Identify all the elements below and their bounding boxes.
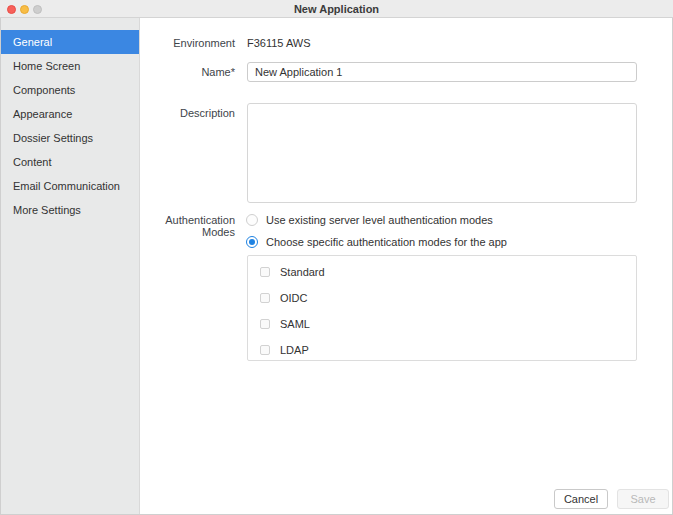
- auth-mode-standard[interactable]: Standard: [248, 259, 636, 285]
- window-title: New Application: [0, 0, 673, 18]
- auth-modes-panel: Standard OIDC SAML LDAP: [247, 255, 637, 361]
- auth-mode-oidc-label: OIDC: [280, 292, 308, 304]
- description-input[interactable]: [247, 103, 637, 203]
- auth-option-specific-label: Choose specific authentication modes for…: [266, 236, 507, 248]
- general-settings-panel: Environment F36115 AWS Name* Description…: [141, 18, 672, 514]
- checkbox-unchecked-icon[interactable]: [260, 293, 270, 303]
- description-label: Description: [146, 107, 235, 119]
- auth-option-specific[interactable]: Choose specific authentication modes for…: [246, 235, 507, 249]
- auth-mode-ldap-label: LDAP: [280, 344, 309, 356]
- auth-mode-standard-label: Standard: [280, 266, 325, 278]
- checkbox-unchecked-icon[interactable]: [260, 319, 270, 329]
- checkbox-unchecked-icon[interactable]: [260, 345, 270, 355]
- authentication-modes-label: Authentication Modes: [146, 214, 235, 238]
- cancel-button[interactable]: Cancel: [554, 489, 608, 509]
- auth-option-existing-label: Use existing server level authentication…: [266, 214, 493, 226]
- sidebar-list: General Home Screen Components Appearanc…: [1, 30, 139, 222]
- auth-mode-saml[interactable]: SAML: [248, 311, 636, 337]
- checkbox-unchecked-icon[interactable]: [260, 267, 270, 277]
- auth-mode-oidc[interactable]: OIDC: [248, 285, 636, 311]
- save-button[interactable]: Save: [617, 489, 669, 509]
- sidebar: General Home Screen Components Appearanc…: [1, 18, 140, 514]
- sidebar-item-dossier-settings[interactable]: Dossier Settings: [1, 126, 139, 150]
- auth-mode-ldap[interactable]: LDAP: [248, 337, 636, 363]
- new-application-dialog: New Application General Home Screen Comp…: [0, 0, 673, 515]
- auth-mode-saml-label: SAML: [280, 318, 310, 330]
- sidebar-item-general[interactable]: General: [1, 30, 139, 54]
- sidebar-item-content[interactable]: Content: [1, 150, 139, 174]
- name-input[interactable]: [247, 62, 637, 82]
- radio-unselected-icon[interactable]: [246, 214, 258, 226]
- environment-value: F36115 AWS: [247, 37, 311, 49]
- radio-selected-icon[interactable]: [246, 236, 258, 248]
- sidebar-item-appearance[interactable]: Appearance: [1, 102, 139, 126]
- environment-label: Environment: [146, 37, 235, 49]
- name-label: Name*: [146, 66, 235, 78]
- auth-option-existing[interactable]: Use existing server level authentication…: [246, 213, 493, 227]
- sidebar-item-components[interactable]: Components: [1, 78, 139, 102]
- sidebar-item-home-screen[interactable]: Home Screen: [1, 54, 139, 78]
- sidebar-item-more-settings[interactable]: More Settings: [1, 198, 139, 222]
- titlebar: New Application: [0, 0, 673, 18]
- sidebar-item-email-communication[interactable]: Email Communication: [1, 174, 139, 198]
